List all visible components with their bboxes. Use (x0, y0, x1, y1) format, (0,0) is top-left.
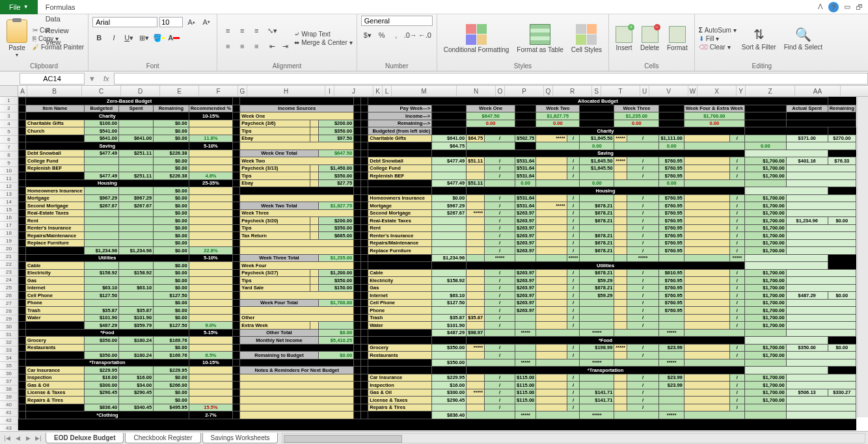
fx-icon[interactable]: fx (98, 75, 115, 83)
col-header[interactable]: W (688, 86, 698, 96)
tab-last-icon[interactable]: ▶| (34, 434, 43, 443)
delete-button[interactable]: −Delete (638, 25, 662, 53)
paste-button[interactable]: Paste▼ (4, 18, 30, 59)
row-header[interactable]: 4 (0, 120, 18, 128)
comma-button[interactable]: , (390, 29, 403, 42)
row-header[interactable]: 10 (0, 167, 18, 175)
row-header[interactable]: 22 (0, 261, 18, 268)
row-header[interactable]: 39 (0, 393, 18, 401)
row-header[interactable]: 32 (0, 339, 18, 346)
row-header[interactable]: 24 (0, 276, 18, 284)
row-header[interactable]: 11 (0, 175, 18, 183)
merge-center-button[interactable]: ⬌Merge & Center ▾ (294, 39, 353, 46)
row-header[interactable]: 8 (0, 151, 18, 159)
row-header[interactable]: 38 (0, 385, 18, 393)
col-header[interactable]: K (373, 86, 383, 96)
row-header[interactable]: 20 (0, 245, 18, 253)
row-header[interactable]: 41 (0, 409, 18, 417)
insert-button[interactable]: +Insert (613, 25, 635, 53)
formula-input[interactable] (114, 73, 868, 85)
vertical-scrollbar[interactable] (857, 97, 868, 417)
row-header[interactable]: 42 (0, 417, 18, 424)
autosum-button[interactable]: Σ AutoSum ▾ (699, 27, 737, 34)
col-header[interactable]: U (640, 86, 649, 96)
conditional-formatting-button[interactable]: Conditional Formatting (441, 23, 512, 55)
file-tab[interactable]: File ▼ (0, 0, 38, 14)
row-header[interactable]: 21 (0, 253, 18, 261)
number-format-select[interactable] (361, 16, 433, 26)
col-header[interactable]: N (457, 86, 496, 96)
row-header[interactable]: 5 (0, 128, 18, 136)
sort-filter-button[interactable]: ⇅Sort & Filter (739, 25, 779, 52)
col-header[interactable]: Z (746, 86, 795, 96)
row-header[interactable]: 12 (0, 183, 18, 190)
italic-button[interactable]: I (107, 31, 120, 44)
align-top-button[interactable]: ≡ (221, 24, 234, 37)
col-header[interactable]: G (238, 86, 247, 96)
window-icon[interactable]: ▭ (844, 3, 850, 11)
wrap-text-button[interactable]: ⤶Wrap Text (294, 31, 353, 38)
fill-color-button[interactable]: 🪣 (152, 31, 165, 44)
col-header[interactable]: E (160, 86, 199, 96)
col-header[interactable]: AA (795, 86, 841, 96)
row-header[interactable]: 7 (0, 144, 18, 151)
row-header[interactable]: 34 (0, 354, 18, 362)
decrease-decimal-button[interactable]: ←.0 (418, 29, 431, 42)
copy-button[interactable]: ⎘Copy ▾ (33, 35, 84, 42)
name-box[interactable] (20, 73, 85, 85)
font-color-button[interactable]: A (167, 31, 180, 44)
row-header[interactable]: 18 (0, 229, 18, 237)
find-select-button[interactable]: 🔍Find & Select (781, 25, 825, 52)
col-header[interactable]: Q (544, 86, 553, 96)
select-all-corner[interactable] (0, 86, 18, 96)
tab-prev-icon[interactable]: ◀ (13, 434, 22, 443)
row-header[interactable]: 23 (0, 268, 18, 276)
tab-first-icon[interactable]: |◀ (3, 434, 12, 443)
col-header[interactable]: L (383, 86, 392, 96)
font-size-select[interactable] (159, 17, 183, 27)
format-table-button[interactable]: Format as Table (514, 23, 566, 55)
row-header[interactable]: 35 (0, 362, 18, 370)
align-center-button[interactable]: ≡ (236, 40, 249, 53)
decrease-indent-button[interactable]: ⇤ (265, 40, 278, 53)
col-header[interactable]: X (698, 86, 737, 96)
minimize-ribbon-icon[interactable]: ᐱ (818, 3, 823, 11)
clear-button[interactable]: ⌫ Clear ▾ (699, 44, 737, 51)
spreadsheet-grid[interactable]: Zero-Based BudgetAllocated BudgetItem Na… (18, 97, 856, 430)
sheet-tab[interactable]: EOD Deluxe Budget (46, 433, 124, 443)
row-header[interactable]: 33 (0, 346, 18, 354)
cell-styles-button[interactable]: Cell Styles (569, 23, 604, 55)
help-icon[interactable]: ? (828, 2, 839, 12)
cut-button[interactable]: ✂Cut (33, 27, 84, 34)
col-header[interactable]: C (82, 86, 121, 96)
col-header[interactable]: H (247, 86, 325, 96)
col-header[interactable]: J (334, 86, 373, 96)
row-header[interactable]: 25 (0, 284, 18, 292)
format-painter-button[interactable]: 🖌Format Painter (33, 44, 84, 51)
align-left-button[interactable]: ≡ (221, 40, 234, 53)
window-icon2[interactable]: 🗗 (856, 3, 863, 11)
row-header[interactable]: 40 (0, 401, 18, 409)
sheet-tab[interactable]: Savings Worksheets (202, 433, 278, 443)
row-header[interactable]: 17 (0, 222, 18, 229)
row-header[interactable]: 9 (0, 159, 18, 167)
row-header[interactable]: 1 (0, 97, 18, 105)
grow-font-button[interactable]: A▴ (185, 16, 198, 29)
col-header[interactable]: D (121, 86, 160, 96)
col-header[interactable]: V (649, 86, 688, 96)
increase-indent-button[interactable]: ⇥ (278, 40, 292, 53)
row-header[interactable]: 16 (0, 214, 18, 222)
col-header[interactable]: T (601, 86, 640, 96)
col-header[interactable]: A (18, 86, 27, 96)
row-header[interactable]: 30 (0, 323, 18, 331)
row-header[interactable]: 36 (0, 370, 18, 378)
font-name-select[interactable] (92, 17, 157, 27)
orientation-button[interactable]: ⤡▾ (265, 24, 278, 37)
col-header[interactable]: O (496, 86, 505, 96)
horizontal-scrollbar[interactable] (282, 433, 865, 443)
row-header[interactable]: 2 (0, 105, 18, 112)
row-header[interactable]: 6 (0, 136, 18, 144)
tab-formulas[interactable]: Formulas (38, 1, 94, 13)
row-header[interactable]: 3 (0, 112, 18, 120)
col-header[interactable]: S (592, 86, 601, 96)
